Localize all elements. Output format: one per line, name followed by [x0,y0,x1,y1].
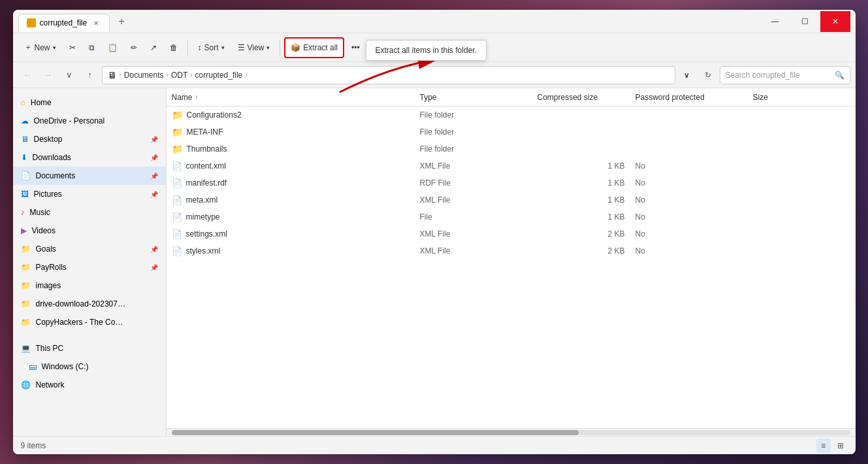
docs-icon: 📄 [21,171,31,180]
sidebar-item-goals[interactable]: 📁 Goals 📌 [13,240,166,258]
address-path[interactable]: 🖥 › Documents › ODT › corrupted_file › [102,66,675,84]
file-list: Name ↑ Type Compressed size Password pro… [167,88,856,436]
sidebar-item-pictures[interactable]: 🖼 Pictures 📌 [13,185,166,203]
table-row[interactable]: 📄meta.xmlXML File1 KBNo [167,191,856,208]
column-type[interactable]: Type [420,93,538,102]
file-name-cell: 📄content.xml [172,161,420,171]
view-icon: ☰ [238,43,245,52]
file-type-cell: File [420,212,538,222]
toolbar-separator-1 [187,40,188,56]
sidebar-item-home[interactable]: ⌂ Home [13,93,166,112]
pin-icon-payrolls: 📌 [150,264,158,271]
table-row[interactable]: 📄content.xmlXML File1 KBNo [167,157,856,174]
file-type-cell: RDF File [420,178,538,188]
column-name[interactable]: Name ↑ [172,93,420,102]
desktop-icon: 🖥 [21,135,29,144]
new-tab-button[interactable]: + [112,12,131,31]
sidebar-item-downloads[interactable]: ⬇ Downloads 📌 [13,148,166,167]
sort-button[interactable]: ↕ Sort ▾ [192,37,231,58]
sidebar-item-onedrive[interactable]: ☁ OneDrive - Personal [13,112,166,130]
sidebar-label-copyhackers: CopyHackers - The Convers [36,318,127,327]
breadcrumb-corrupted-file[interactable]: corrupted_file [195,71,243,80]
horizontal-scrollbar[interactable] [167,428,856,436]
file-name-label: mimetype [186,212,220,222]
list-view-button[interactable]: ≡ [816,439,831,453]
table-row[interactable]: 📁ThumbnailsFile folder [167,141,856,157]
copy-button[interactable]: ⧉ [83,37,101,58]
dropdown-history-button[interactable]: ∨ [60,66,78,84]
pc-icon: 🖥 [108,70,117,80]
extract-all-label: Extract all [303,43,338,52]
sidebar-label-desktop: Desktop [34,135,63,144]
table-row[interactable]: 📄mimetypeFile1 KBNo [167,208,856,225]
sidebar-item-windows[interactable]: 🖴 Windows (C:) [13,357,166,376]
sidebar-item-videos[interactable]: ▶ Videos [13,222,166,240]
tab-folder-icon [27,18,36,27]
share-button[interactable]: ↗ [144,37,163,58]
sidebar-item-copyhackers[interactable]: 📁 CopyHackers - The Convers [13,313,166,331]
back-button[interactable]: ← [18,66,37,84]
tooltip-text: Extract all items in this folder. [376,46,477,55]
main-content: ⌂ Home ☁ OneDrive - Personal 🖥 Desktop 📌… [13,88,856,436]
up-button[interactable]: ↑ [81,66,99,84]
file-icon: 📄 [172,229,182,239]
rename-button[interactable]: ✏ [125,37,143,58]
search-box[interactable]: Search corrupted_file 🔍 [720,66,850,84]
file-compressed-size-cell: 1 KB [538,212,635,222]
pin-icon-desktop: 📌 [150,136,158,143]
sidebar-item-payrolls[interactable]: 📁 PayRolls 📌 [13,258,166,276]
folder-images-icon: 📁 [21,281,31,290]
table-row[interactable]: 📄manifest.rdfRDF File1 KBNo [167,174,856,191]
file-compressed-size-cell: 2 KB [538,246,635,256]
maximize-button[interactable]: ☐ [790,11,820,32]
file-name-cell: 📁META-INF [172,127,420,137]
copy-icon: ⧉ [89,43,95,52]
address-dropdown-button[interactable]: ∨ [678,66,696,84]
table-row[interactable]: 📄styles.xmlXML File2 KBNo [167,242,856,259]
sidebar-item-thispc[interactable]: 💻 This PC [13,339,166,357]
videos-icon: ▶ [21,226,27,235]
pc-icon: 💻 [21,344,31,353]
refresh-button[interactable]: ↻ [699,66,717,84]
sidebar-item-documents[interactable]: 📄 Documents 📌 [13,167,166,185]
column-compressed-size[interactable]: Compressed size [538,93,635,102]
search-icon: 🔍 [835,71,844,80]
sidebar-label-goals: Goals [36,244,56,254]
table-row[interactable]: 📄settings.xmlXML File2 KBNo [167,225,856,242]
sidebar-label-windows: Windows (C:) [42,362,89,371]
tab-close-button[interactable]: ✕ [91,18,101,28]
file-name-label: manifest.rdf [186,178,227,188]
breadcrumb-documents[interactable]: Documents [124,71,164,80]
file-type-cell: File folder [420,110,538,120]
file-icon: 📄 [172,161,182,171]
forward-button[interactable]: → [39,66,57,84]
sidebar-item-drive[interactable]: 📁 drive-download-20230724T [13,295,166,313]
more-icon: ••• [351,43,360,52]
sidebar-label-videos: Videos [32,226,56,235]
file-protected-cell: No [635,178,753,188]
column-size[interactable]: Size [753,93,768,102]
breadcrumb-odt[interactable]: ODT [171,71,187,80]
close-button[interactable]: ✕ [820,11,850,32]
file-protected-cell: No [635,246,753,256]
cut-button[interactable]: ✂ [63,37,82,58]
paste-button[interactable]: 📋 [102,37,123,58]
file-name-cell: 📁Configurations2 [172,110,420,120]
view-button[interactable]: ☰ View ▾ [232,37,276,58]
new-button[interactable]: ＋ New ▾ [18,37,62,58]
folder-icon: 📁 [172,127,183,137]
delete-button[interactable]: 🗑 [164,37,184,58]
sidebar-item-network[interactable]: 🌐 Network [13,376,166,394]
sidebar-item-images[interactable]: 📁 images [13,276,166,295]
sidebar-item-desktop[interactable]: 🖥 Desktop 📌 [13,130,166,148]
extract-all-button[interactable]: 📦 Extract all [284,37,344,58]
tab-corrupted-file[interactable]: corrupted_file ✕ [18,14,110,32]
minimize-button[interactable]: — [760,11,790,32]
table-row[interactable]: 📁Configurations2File folder [167,107,856,124]
more-options-button[interactable]: ••• [346,37,366,58]
column-password-protected[interactable]: Password protected [635,93,753,102]
folder-icon: 📁 [172,144,183,154]
sidebar-item-music[interactable]: ♪ Music [13,203,166,222]
grid-view-button[interactable]: ⊞ [833,439,848,453]
table-row[interactable]: 📁META-INFFile folder [167,124,856,141]
